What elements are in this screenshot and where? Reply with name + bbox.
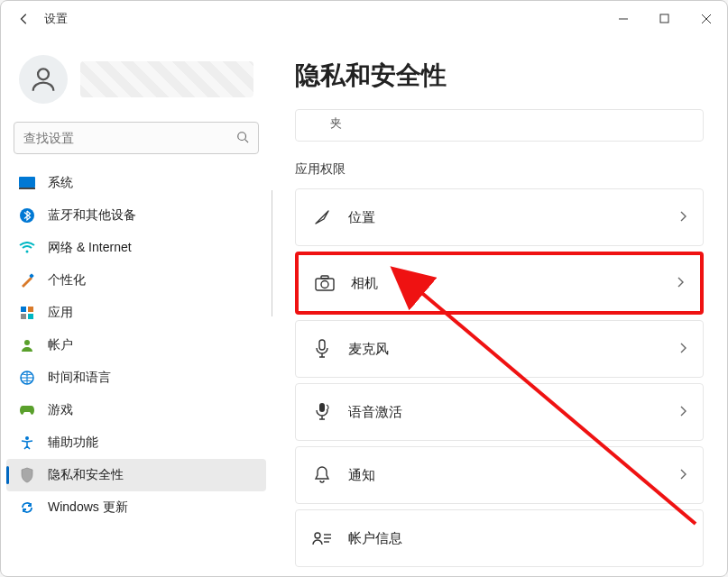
sidebar-item-label: Windows 更新 xyxy=(48,499,128,516)
time-language-icon xyxy=(19,370,35,386)
bell-icon xyxy=(312,465,332,485)
sidebar-item-label: 系统 xyxy=(48,175,73,191)
maximize-button[interactable] xyxy=(644,1,686,37)
window-controls xyxy=(603,1,727,37)
sidebar-item-personalization[interactable]: 个性化 xyxy=(6,264,266,297)
settings-window: 设置 xyxy=(0,0,728,577)
sidebar-item-apps[interactable]: 应用 xyxy=(6,297,266,329)
svg-rect-12 xyxy=(21,307,26,312)
titlebar-title: 设置 xyxy=(44,11,68,27)
minimize-button[interactable] xyxy=(603,1,644,37)
svg-rect-15 xyxy=(28,314,33,319)
svg-point-10 xyxy=(26,251,29,253)
svg-point-5 xyxy=(238,132,246,140)
svg-point-16 xyxy=(24,340,30,345)
sidebar-item-windows-update[interactable]: Windows 更新 xyxy=(6,491,266,524)
sidebar-item-label: 帐户 xyxy=(48,337,73,353)
chevron-right-icon xyxy=(679,468,687,482)
svg-rect-7 xyxy=(19,177,35,188)
permission-item-account-info[interactable]: 帐户信息 xyxy=(295,509,704,567)
wifi-icon xyxy=(19,240,35,256)
svg-line-6 xyxy=(245,139,249,142)
main-panel: 隐私和安全性 夹 应用权限 位置 xyxy=(272,37,727,576)
profile-section[interactable] xyxy=(1,44,272,122)
svg-rect-8 xyxy=(19,188,35,189)
chevron-right-icon xyxy=(677,276,684,290)
section-label: 应用权限 xyxy=(295,161,704,178)
permission-label: 相机 xyxy=(351,275,660,292)
permission-item-location[interactable]: 位置 xyxy=(295,188,704,246)
partial-card[interactable]: 夹 xyxy=(295,109,704,142)
system-icon xyxy=(19,175,35,191)
scroll-indicator xyxy=(272,190,272,316)
profile-info-redacted xyxy=(80,61,253,97)
sidebar-item-label: 游戏 xyxy=(48,402,73,418)
close-button[interactable] xyxy=(686,1,727,37)
camera-icon xyxy=(315,273,335,293)
search-box[interactable] xyxy=(14,122,259,154)
sidebar-item-label: 辅助功能 xyxy=(48,435,98,451)
svg-rect-14 xyxy=(21,314,26,319)
partial-card-text: 夹 xyxy=(330,116,342,130)
content-area: 系统 蓝牙和其他设备 网络 & Internet xyxy=(1,37,727,576)
permission-label: 位置 xyxy=(348,209,663,226)
sidebar-item-accounts[interactable]: 帐户 xyxy=(6,329,266,362)
search-input[interactable] xyxy=(23,131,236,145)
sidebar-item-label: 隐私和安全性 xyxy=(48,467,124,483)
sidebar-item-label: 应用 xyxy=(48,305,73,321)
personalize-icon xyxy=(19,272,35,288)
svg-point-24 xyxy=(315,533,320,538)
microphone-icon xyxy=(312,339,332,359)
svg-point-4 xyxy=(38,69,49,79)
svg-rect-21 xyxy=(321,276,328,279)
gaming-icon xyxy=(19,402,35,418)
location-icon xyxy=(312,207,332,227)
search-icon xyxy=(236,131,249,146)
back-button[interactable] xyxy=(8,3,41,35)
permission-label: 语音激活 xyxy=(348,404,663,421)
account-info-icon xyxy=(312,528,332,548)
sidebar-item-system[interactable]: 系统 xyxy=(6,167,266,199)
privacy-icon xyxy=(19,467,35,483)
account-icon xyxy=(19,337,35,353)
sidebar-item-label: 时间和语言 xyxy=(48,370,111,386)
sidebar-item-time-language[interactable]: 时间和语言 xyxy=(6,362,266,394)
nav-list: 系统 蓝牙和其他设备 网络 & Internet xyxy=(1,163,272,569)
avatar xyxy=(19,55,68,104)
accessibility-icon xyxy=(19,435,35,451)
permission-item-notifications[interactable]: 通知 xyxy=(295,446,704,504)
sidebar-item-label: 蓝牙和其他设备 xyxy=(48,207,136,224)
chevron-right-icon xyxy=(679,342,687,356)
sidebar-item-accessibility[interactable]: 辅助功能 xyxy=(6,426,266,459)
sidebar-item-label: 个性化 xyxy=(48,272,86,288)
voice-activation-icon xyxy=(312,402,332,422)
permission-item-microphone[interactable]: 麦克风 xyxy=(295,320,704,378)
permission-label: 麦克风 xyxy=(348,341,663,358)
svg-rect-23 xyxy=(319,403,325,412)
update-icon xyxy=(19,499,35,516)
permission-label: 通知 xyxy=(348,467,663,484)
apps-icon xyxy=(19,305,35,321)
sidebar-item-label: 网络 & Internet xyxy=(48,240,132,256)
permission-label: 帐户信息 xyxy=(348,530,687,547)
page-title: 隐私和安全性 xyxy=(295,59,704,93)
sidebar-item-gaming[interactable]: 游戏 xyxy=(6,394,266,426)
svg-rect-11 xyxy=(29,273,34,279)
svg-point-20 xyxy=(321,281,328,288)
chevron-right-icon xyxy=(679,405,687,419)
svg-rect-1 xyxy=(660,14,668,23)
sidebar-item-network[interactable]: 网络 & Internet xyxy=(6,232,266,264)
svg-rect-22 xyxy=(319,340,325,350)
sidebar: 系统 蓝牙和其他设备 网络 & Internet xyxy=(1,37,272,576)
svg-point-18 xyxy=(25,436,29,440)
svg-rect-13 xyxy=(28,307,33,312)
chevron-right-icon xyxy=(679,210,687,224)
bluetooth-icon xyxy=(19,207,35,224)
sidebar-item-privacy[interactable]: 隐私和安全性 xyxy=(6,459,266,491)
permission-list: 位置 相机 xyxy=(295,188,704,567)
permission-item-camera[interactable]: 相机 xyxy=(295,252,704,315)
titlebar: 设置 xyxy=(1,1,727,37)
sidebar-item-bluetooth[interactable]: 蓝牙和其他设备 xyxy=(6,199,266,232)
permission-item-voice-activation[interactable]: 语音激活 xyxy=(295,383,704,441)
